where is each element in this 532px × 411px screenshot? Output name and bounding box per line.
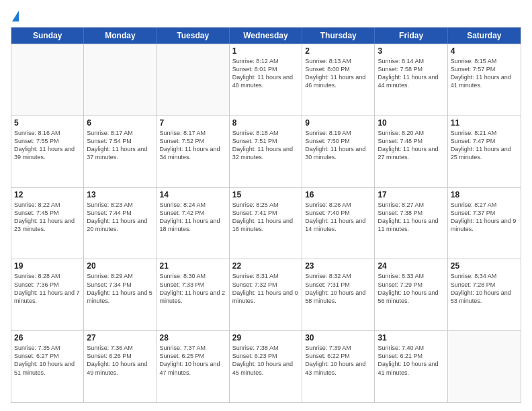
calendar-cell: 12Sunrise: 8:22 AM Sunset: 7:45 PM Dayli… <box>11 188 84 259</box>
calendar-week-5: 26Sunrise: 7:35 AM Sunset: 6:27 PM Dayli… <box>11 330 521 402</box>
logo <box>11 11 19 21</box>
calendar-header: SundayMondayTuesdayWednesdayThursdayFrid… <box>11 28 521 44</box>
cell-info: Sunrise: 8:31 AM Sunset: 7:32 PM Dayligh… <box>232 272 299 305</box>
calendar-cell: 21Sunrise: 8:30 AM Sunset: 7:33 PM Dayli… <box>157 259 230 330</box>
calendar-cell: 28Sunrise: 7:37 AM Sunset: 6:25 PM Dayli… <box>157 331 230 402</box>
cell-info: Sunrise: 8:26 AM Sunset: 7:40 PM Dayligh… <box>305 201 371 234</box>
cell-date-number: 14 <box>160 190 226 199</box>
cell-info: Sunrise: 8:14 AM Sunset: 7:58 PM Dayligh… <box>378 57 444 90</box>
cell-date-number: 7 <box>160 118 226 128</box>
calendar-body: 1Sunrise: 8:12 AM Sunset: 8:01 PM Daylig… <box>11 44 521 402</box>
calendar-cell: 20Sunrise: 8:29 AM Sunset: 7:34 PM Dayli… <box>84 259 157 330</box>
calendar-cell: 8Sunrise: 8:18 AM Sunset: 7:51 PM Daylig… <box>230 116 302 187</box>
calendar: SundayMondayTuesdayWednesdayThursdayFrid… <box>11 27 521 403</box>
calendar-cell: 6Sunrise: 8:17 AM Sunset: 7:54 PM Daylig… <box>84 116 157 187</box>
cell-info: Sunrise: 8:16 AM Sunset: 7:55 PM Dayligh… <box>14 129 81 162</box>
cell-info: Sunrise: 8:25 AM Sunset: 7:41 PM Dayligh… <box>232 201 299 234</box>
cell-info: Sunrise: 8:23 AM Sunset: 7:44 PM Dayligh… <box>87 201 153 234</box>
cell-info: Sunrise: 8:27 AM Sunset: 7:37 PM Dayligh… <box>451 201 518 234</box>
cell-date-number: 5 <box>14 118 81 128</box>
calendar-cell: 14Sunrise: 8:24 AM Sunset: 7:42 PM Dayli… <box>157 188 230 259</box>
cell-info: Sunrise: 8:34 AM Sunset: 7:28 PM Dayligh… <box>451 272 518 305</box>
calendar-cell: 1Sunrise: 8:12 AM Sunset: 8:01 PM Daylig… <box>230 44 302 116</box>
calendar-cell: 25Sunrise: 8:34 AM Sunset: 7:28 PM Dayli… <box>448 259 521 330</box>
calendar-cell: 4Sunrise: 8:15 AM Sunset: 7:57 PM Daylig… <box>448 44 521 116</box>
calendar-cell: 7Sunrise: 8:17 AM Sunset: 7:52 PM Daylig… <box>157 116 230 187</box>
cell-date-number: 16 <box>305 190 371 199</box>
cell-date-number: 13 <box>87 190 153 199</box>
calendar-cell: 10Sunrise: 8:20 AM Sunset: 7:48 PM Dayli… <box>375 116 447 187</box>
cell-info: Sunrise: 8:15 AM Sunset: 7:57 PM Dayligh… <box>451 57 518 90</box>
calendar-cell: 16Sunrise: 8:26 AM Sunset: 7:40 PM Dayli… <box>302 188 375 259</box>
calendar-cell: 17Sunrise: 8:27 AM Sunset: 7:38 PM Dayli… <box>375 188 447 259</box>
cell-info: Sunrise: 7:40 AM Sunset: 6:21 PM Dayligh… <box>378 344 444 377</box>
weekday-header-tuesday: Tuesday <box>157 28 230 44</box>
cell-date-number: 17 <box>378 190 444 199</box>
calendar-cell: 31Sunrise: 7:40 AM Sunset: 6:21 PM Dayli… <box>375 331 447 402</box>
header <box>11 8 521 21</box>
cell-date-number: 9 <box>305 118 371 128</box>
calendar-cell: 29Sunrise: 7:38 AM Sunset: 6:23 PM Dayli… <box>230 331 302 402</box>
cell-date-number: 20 <box>87 261 153 271</box>
calendar-cell: 27Sunrise: 7:36 AM Sunset: 6:26 PM Dayli… <box>84 331 157 402</box>
calendar-cell: 5Sunrise: 8:16 AM Sunset: 7:55 PM Daylig… <box>11 116 84 187</box>
calendar-cell <box>448 331 521 402</box>
weekday-header-thursday: Thursday <box>302 28 375 44</box>
calendar-cell <box>157 44 230 116</box>
calendar-cell: 22Sunrise: 8:31 AM Sunset: 7:32 PM Dayli… <box>230 259 302 330</box>
cell-date-number: 25 <box>451 261 518 271</box>
cell-date-number: 10 <box>378 118 444 128</box>
cell-info: Sunrise: 8:17 AM Sunset: 7:54 PM Dayligh… <box>87 129 153 162</box>
calendar-week-2: 5Sunrise: 8:16 AM Sunset: 7:55 PM Daylig… <box>11 116 521 187</box>
cell-info: Sunrise: 7:39 AM Sunset: 6:22 PM Dayligh… <box>305 344 371 377</box>
cell-date-number: 2 <box>305 46 371 56</box>
cell-date-number: 18 <box>451 190 518 199</box>
cell-date-number: 30 <box>305 333 371 342</box>
calendar-cell <box>11 44 84 116</box>
weekday-header-monday: Monday <box>84 28 157 44</box>
calendar-cell: 23Sunrise: 8:32 AM Sunset: 7:31 PM Dayli… <box>302 259 375 330</box>
cell-info: Sunrise: 8:17 AM Sunset: 7:52 PM Dayligh… <box>160 129 226 162</box>
calendar-week-3: 12Sunrise: 8:22 AM Sunset: 7:45 PM Dayli… <box>11 187 521 259</box>
calendar-week-1: 1Sunrise: 8:12 AM Sunset: 8:01 PM Daylig… <box>11 44 521 116</box>
cell-info: Sunrise: 8:24 AM Sunset: 7:42 PM Dayligh… <box>160 201 226 234</box>
calendar-cell: 9Sunrise: 8:19 AM Sunset: 7:50 PM Daylig… <box>302 116 375 187</box>
cell-date-number: 3 <box>378 46 444 56</box>
cell-info: Sunrise: 8:30 AM Sunset: 7:33 PM Dayligh… <box>160 272 226 305</box>
cell-date-number: 22 <box>232 261 299 271</box>
calendar-cell: 19Sunrise: 8:28 AM Sunset: 7:36 PM Dayli… <box>11 259 84 330</box>
cell-info: Sunrise: 8:27 AM Sunset: 7:38 PM Dayligh… <box>378 201 444 234</box>
cell-date-number: 27 <box>87 333 153 342</box>
weekday-header-sunday: Sunday <box>11 28 84 44</box>
cell-date-number: 15 <box>232 190 299 199</box>
cell-info: Sunrise: 7:38 AM Sunset: 6:23 PM Dayligh… <box>232 344 299 377</box>
cell-info: Sunrise: 8:18 AM Sunset: 7:51 PM Dayligh… <box>232 129 299 162</box>
cell-date-number: 6 <box>87 118 153 128</box>
cell-info: Sunrise: 8:28 AM Sunset: 7:36 PM Dayligh… <box>14 272 81 305</box>
calendar-week-4: 19Sunrise: 8:28 AM Sunset: 7:36 PM Dayli… <box>11 259 521 330</box>
weekday-header-wednesday: Wednesday <box>230 28 302 44</box>
cell-date-number: 11 <box>451 118 518 128</box>
cell-info: Sunrise: 8:21 AM Sunset: 7:47 PM Dayligh… <box>451 129 518 162</box>
cell-info: Sunrise: 8:29 AM Sunset: 7:34 PM Dayligh… <box>87 272 153 305</box>
cell-info: Sunrise: 7:36 AM Sunset: 6:26 PM Dayligh… <box>87 344 153 377</box>
cell-date-number: 23 <box>305 261 371 271</box>
calendar-cell: 15Sunrise: 8:25 AM Sunset: 7:41 PM Dayli… <box>230 188 302 259</box>
page: SundayMondayTuesdayWednesdayThursdayFrid… <box>0 0 532 411</box>
cell-date-number: 4 <box>451 46 518 56</box>
cell-info: Sunrise: 8:20 AM Sunset: 7:48 PM Dayligh… <box>378 129 444 162</box>
cell-date-number: 28 <box>160 333 226 342</box>
cell-info: Sunrise: 8:33 AM Sunset: 7:29 PM Dayligh… <box>378 272 444 305</box>
calendar-cell <box>84 44 157 116</box>
cell-date-number: 8 <box>232 118 299 128</box>
calendar-cell: 11Sunrise: 8:21 AM Sunset: 7:47 PM Dayli… <box>448 116 521 187</box>
calendar-cell: 3Sunrise: 8:14 AM Sunset: 7:58 PM Daylig… <box>375 44 447 116</box>
cell-date-number: 12 <box>14 190 81 199</box>
calendar-cell: 2Sunrise: 8:13 AM Sunset: 8:00 PM Daylig… <box>302 44 375 116</box>
cell-date-number: 19 <box>14 261 81 271</box>
weekday-header-saturday: Saturday <box>448 28 521 44</box>
cell-info: Sunrise: 7:35 AM Sunset: 6:27 PM Dayligh… <box>14 344 81 377</box>
calendar-cell: 30Sunrise: 7:39 AM Sunset: 6:22 PM Dayli… <box>302 331 375 402</box>
weekday-header-friday: Friday <box>375 28 447 44</box>
calendar-cell: 24Sunrise: 8:33 AM Sunset: 7:29 PM Dayli… <box>375 259 447 330</box>
